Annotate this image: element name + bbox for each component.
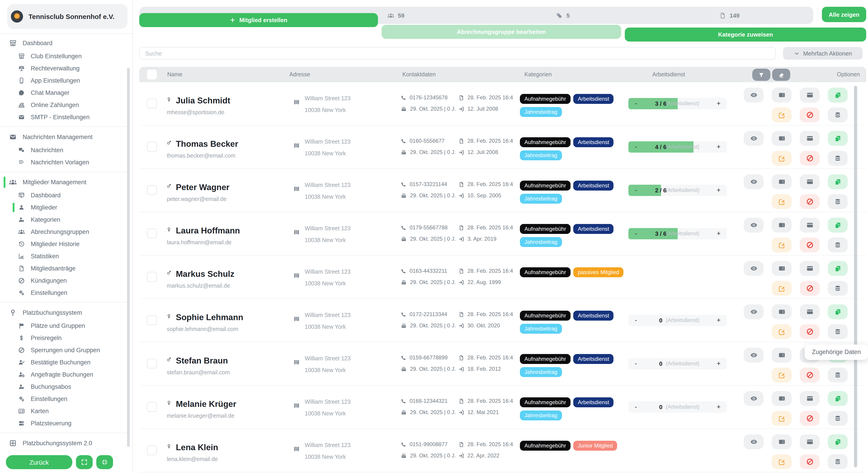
payments-button[interactable] [800,88,819,102]
row-checkbox[interactable] [147,445,157,455]
sidebar-subitem-statistiken[interactable]: Statistiken [0,250,131,262]
related-data-button[interactable] [828,368,848,382]
related-data-button[interactable] [828,107,848,122]
row-checkbox[interactable] [147,229,157,238]
sidebar-subitem-nachrichten[interactable]: Nachrichten [0,144,131,156]
edit-member-button[interactable] [772,368,792,382]
sidebar-subitem-app-einstellungen[interactable]: App Einstellungen [0,74,131,87]
sidebar-subitem-platzsteuerung[interactable]: Platzsteuerung [0,417,131,430]
exit-fullscreen-button[interactable] [96,455,113,469]
sidebar-subitem-club-einstellungen[interactable]: Club Einstellungen [0,50,131,62]
view-member-button[interactable] [744,348,764,363]
decrement-button[interactable]: - [635,403,637,410]
payments-button[interactable] [800,261,819,276]
sidebar-subitem-dashboard[interactable]: Dashboard [0,189,131,201]
view-member-button[interactable] [744,174,764,189]
payments-button[interactable] [800,391,819,406]
row-checkbox[interactable] [147,402,157,412]
member-name[interactable]: Markus Schulz [176,269,235,279]
sidebar-subitem-einstellungen[interactable]: Einstellungen [0,393,131,405]
member-name[interactable]: Julia Schmidt [176,96,230,106]
sidebar-subitem-nachrichten-vorlagen[interactable]: Nachrichten Vorlagen [0,156,131,168]
increment-button[interactable]: + [717,360,721,367]
column-header-name[interactable]: Name [167,71,182,78]
column-header-categories[interactable]: Kategorien [524,71,552,78]
sidebar-subitem-mitgliedsantr-ge[interactable]: Mitgliedsanträge [0,262,131,275]
payments-button[interactable] [800,131,819,146]
ticket-button[interactable] [772,218,792,233]
duplicate-button[interactable] [828,131,848,146]
member-name[interactable]: Thomas Becker [176,139,238,149]
sidebar-subitem-mitglieder[interactable]: Mitglieder [0,201,131,213]
block-member-button[interactable] [800,411,819,426]
edit-member-button[interactable] [772,281,792,296]
related-data-button[interactable] [828,324,848,339]
view-member-button[interactable] [744,131,764,146]
sidebar-subitem-karten[interactable]: Karten [0,405,131,417]
view-member-button[interactable] [744,218,764,233]
decrement-button[interactable]: - [635,143,637,150]
row-checkbox[interactable] [147,272,157,282]
related-data-button[interactable] [828,238,848,252]
edit-member-button[interactable] [772,238,792,252]
edit-billing-group-button[interactable]: Abrechnungsgruppe bearbeiten [381,25,621,39]
sidebar-subitem-rechteverwaltung[interactable]: Rechteverwaltung [0,62,131,74]
member-name[interactable]: Peter Wagner [176,182,229,192]
sidebar-scrollbar[interactable] [127,68,130,447]
select-all-checkbox[interactable] [147,70,157,79]
sidebar-item-platzbuchungssystem-2-0[interactable]: Platzbuchungssystem 2.0 [0,436,131,450]
view-member-button[interactable] [744,391,764,406]
duplicate-button[interactable] [828,304,848,319]
ticket-button[interactable] [772,434,792,449]
block-member-button[interactable] [800,238,819,252]
duplicate-button[interactable] [828,88,848,102]
increment-button[interactable]: + [717,403,721,410]
sidebar-item-platzbuchungssystem[interactable]: Platzbuchungssystem [0,306,131,320]
sidebar-subitem-abrechnungsgruppen[interactable]: Abrechnungsgruppen [0,226,131,238]
decrement-button[interactable]: - [635,316,637,324]
filter-button[interactable] [752,69,770,81]
related-data-button[interactable] [828,411,848,426]
sidebar-subitem-preisregeln[interactable]: Preisregeln [0,332,131,344]
related-data-button[interactable] [828,454,848,469]
decrement-button[interactable]: - [635,229,637,237]
clear-filter-button[interactable] [772,69,790,81]
edit-member-button[interactable] [772,454,792,469]
duplicate-button[interactable] [828,391,848,406]
row-checkbox[interactable] [147,185,157,195]
sidebar-subitem-kategorien[interactable]: Kategorien [0,213,131,226]
row-checkbox[interactable] [147,98,157,108]
decrement-button[interactable]: - [635,99,637,107]
column-header-contact[interactable]: Kontaktdaten [402,71,436,78]
row-checkbox[interactable] [147,315,157,325]
bulk-actions-button[interactable]: Mehrfach Aktionen [783,47,863,60]
fullscreen-button[interactable] [76,455,93,469]
sidebar-subitem-buchungsabos[interactable]: Buchungsabos [0,381,131,393]
create-member-button[interactable]: Mitglied erstellen [139,13,378,27]
decrement-button[interactable]: - [635,360,637,367]
payments-button[interactable] [800,218,819,233]
sidebar-subitem-k-ndigungen[interactable]: Kündigungen [0,275,131,287]
member-name[interactable]: Lena Klein [176,442,218,452]
sidebar-subitem-pl-tze-und-gruppen[interactable]: Plätze und Gruppen [0,320,131,332]
block-member-button[interactable] [800,368,819,382]
column-header-address[interactable]: Adresse [289,71,310,78]
increment-button[interactable]: + [717,186,721,194]
edit-member-button[interactable] [772,107,792,122]
related-data-button[interactable] [828,281,848,296]
sidebar-subitem-chat-manager[interactable]: Chat Manager [0,87,131,99]
block-member-button[interactable] [800,194,819,209]
decrement-button[interactable]: - [635,186,637,194]
member-name[interactable]: Laura Hoffmann [176,226,240,236]
row-checkbox[interactable] [147,142,157,152]
duplicate-button[interactable] [828,434,848,449]
edit-member-button[interactable] [772,194,792,209]
related-data-button[interactable] [828,194,848,209]
member-name[interactable]: Stefan Braun [176,356,228,366]
club-header[interactable]: Tennisclub Sonnenhof e.V. [7,4,127,29]
block-member-button[interactable] [800,324,819,339]
sidebar-subitem-best-tigte-buchungen[interactable]: Bestätigte Buchungen [0,356,131,368]
ticket-button[interactable] [772,348,792,363]
back-button[interactable]: Zurück [6,455,72,469]
related-data-button[interactable] [828,151,848,166]
